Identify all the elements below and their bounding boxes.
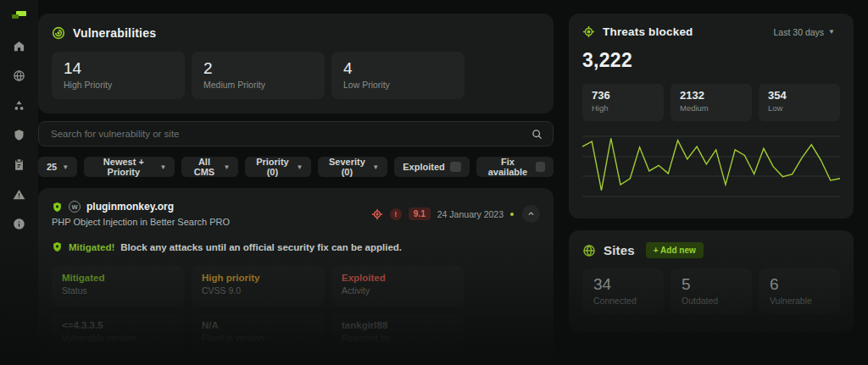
chevron-up-icon bbox=[527, 210, 535, 218]
cms-dropdown[interactable]: All CMS▼ bbox=[181, 157, 238, 177]
page-size-dropdown[interactable]: 25▼ bbox=[38, 157, 77, 177]
period-dropdown[interactable]: Last 30 days ▼ bbox=[769, 26, 840, 38]
severity-score-badge: 9.1 bbox=[409, 207, 431, 220]
globe-icon bbox=[13, 69, 25, 82]
site-domain[interactable]: pluginmonkey.org bbox=[86, 201, 174, 213]
sort-dropdown[interactable]: Newest + Priority▼ bbox=[84, 157, 175, 177]
sites-panel: Sites + Add new 34 Connected 5 Outdated … bbox=[569, 230, 854, 332]
tile-value: <=4.3.3.5 bbox=[62, 320, 175, 330]
tile-reported-by: tankgirl88 Reported by bbox=[331, 313, 465, 354]
threats-crosshair-icon bbox=[582, 25, 595, 38]
stat-label: Low Priority bbox=[343, 80, 453, 90]
home-icon bbox=[13, 40, 25, 53]
stat-card-medium[interactable]: 2 Medium Priority bbox=[192, 52, 325, 99]
threats-total: 3,222 bbox=[582, 49, 840, 72]
tile-value: tankgirl88 bbox=[342, 320, 454, 330]
search-bar bbox=[38, 121, 554, 147]
vulnerability-meta: ! 9.1 24 January 2023 bbox=[371, 205, 540, 223]
tile-activity: Exploited Activity bbox=[331, 266, 465, 307]
vulnerability-detail-tiles: Mitigated Status High priority CVSS 9.0 … bbox=[52, 266, 540, 354]
tile-value: Mitigated bbox=[62, 273, 175, 283]
tile-label: CVSS 9.0 bbox=[202, 285, 314, 296]
sidebar-item-info[interactable] bbox=[9, 214, 29, 234]
threats-blocked-panel: Threats blocked Last 30 days ▼ 3,222 736… bbox=[569, 14, 854, 218]
threat-stat-high[interactable]: 736 High bbox=[582, 84, 664, 121]
sidebar-item-security[interactable] bbox=[9, 125, 29, 145]
stat-value: 354 bbox=[768, 89, 831, 102]
stat-label: Outdated bbox=[682, 296, 741, 306]
chevron-down-icon: ▼ bbox=[828, 28, 835, 36]
dropdown-label: All CMS bbox=[190, 157, 218, 177]
sidebar-item-sites[interactable] bbox=[9, 66, 29, 86]
panel-title: Threats blocked bbox=[603, 25, 693, 38]
tile-value: High priority bbox=[202, 273, 314, 283]
vulnerability-stats: 14 High Priority 2 Medium Priority 4 Low… bbox=[52, 52, 540, 99]
status-dot bbox=[510, 213, 514, 216]
severity-dropdown[interactable]: Severity (0)▼ bbox=[318, 157, 387, 177]
search-icon[interactable] bbox=[531, 129, 542, 140]
site-stat-connected[interactable]: 34 Connected bbox=[582, 268, 664, 314]
toggle-label: Fix available bbox=[485, 157, 531, 177]
chevron-down-icon: ▼ bbox=[372, 163, 379, 171]
sidebar-item-reports[interactable] bbox=[9, 155, 29, 174]
priority-dropdown[interactable]: Priority (0)▼ bbox=[245, 157, 311, 177]
stat-value: 2132 bbox=[680, 89, 743, 102]
toggle-box-icon bbox=[536, 162, 545, 172]
panel-title: Vulnerabilities bbox=[73, 26, 156, 40]
info-icon bbox=[13, 218, 25, 230]
chevron-down-icon: ▼ bbox=[62, 163, 69, 171]
main-column: Vulnerabilities 14 High Priority 2 Mediu… bbox=[38, 14, 554, 365]
dropdown-label: Severity (0) bbox=[326, 157, 367, 177]
collapse-card-button[interactable] bbox=[522, 205, 540, 223]
sidebar bbox=[0, 0, 38, 365]
notice-text: Block any attacks until an official secu… bbox=[120, 242, 402, 252]
toggle-box-icon bbox=[450, 162, 461, 172]
tile-cvss: High priority CVSS 9.0 bbox=[192, 266, 325, 307]
site-stat-outdated[interactable]: 5 Outdated bbox=[670, 268, 752, 314]
tile-label: Activity bbox=[342, 285, 454, 296]
sidebar-item-home[interactable] bbox=[9, 36, 29, 56]
threat-stat-low[interactable]: 354 Low bbox=[759, 84, 840, 121]
tile-value: N/A bbox=[202, 320, 314, 330]
toggle-label: Exploited bbox=[403, 162, 445, 172]
exploited-toggle[interactable]: Exploited bbox=[394, 157, 470, 177]
patchstack-logo[interactable] bbox=[12, 11, 26, 22]
stat-value: 4 bbox=[343, 59, 453, 78]
fix-available-toggle[interactable]: Fix available bbox=[476, 157, 554, 177]
threats-chart bbox=[582, 131, 840, 199]
tile-value: Exploited bbox=[342, 273, 454, 283]
exploit-crosshair-icon bbox=[371, 208, 383, 220]
tile-fixed-version: N/A Fixed in version bbox=[192, 313, 325, 354]
panel-title: Sites bbox=[604, 243, 635, 257]
vulnerabilities-header: Vulnerabilities bbox=[52, 26, 540, 40]
shield-icon bbox=[13, 129, 25, 141]
site-stats: 34 Connected 5 Outdated 6 Vulnerable bbox=[582, 268, 840, 314]
dropdown-label: 25 bbox=[47, 162, 57, 172]
sites-globe-icon bbox=[582, 244, 596, 257]
stat-value: 736 bbox=[592, 89, 654, 102]
period-label: Last 30 days bbox=[774, 27, 825, 37]
stat-card-high[interactable]: 14 High Priority bbox=[52, 52, 185, 99]
stat-value: 5 bbox=[682, 275, 741, 294]
sidebar-item-plugins[interactable] bbox=[9, 96, 29, 115]
tile-label: Status bbox=[62, 285, 175, 296]
tile-label: Fixed in version bbox=[202, 333, 314, 343]
sites-tree-icon bbox=[13, 99, 25, 112]
sites-header: Sites + Add new bbox=[582, 242, 840, 258]
threats-header: Threats blocked Last 30 days ▼ bbox=[582, 25, 840, 38]
filter-bar: 25▼ Newest + Priority▼ All CMS▼ Priority… bbox=[38, 157, 554, 177]
notice-title: Mitigated! bbox=[69, 242, 114, 252]
threat-stat-medium[interactable]: 2132 Medium bbox=[670, 84, 752, 121]
site-stat-vulnerable[interactable]: 6 Vulnerable bbox=[759, 268, 840, 314]
search-input[interactable] bbox=[49, 128, 531, 140]
tile-status: Mitigated Status bbox=[52, 266, 185, 307]
sidebar-item-alerts[interactable] bbox=[9, 185, 29, 204]
stat-card-low[interactable]: 4 Low Priority bbox=[331, 52, 465, 99]
vulnerability-title[interactable]: PHP Object Injection in Better Search PR… bbox=[52, 217, 230, 227]
vulnerability-card: W pluginmonkey.org PHP Object Injection … bbox=[38, 188, 554, 365]
stat-label: High Priority bbox=[64, 80, 173, 90]
add-site-button[interactable]: + Add new bbox=[646, 242, 704, 258]
chevron-down-icon: ▼ bbox=[160, 163, 167, 171]
stat-label: Medium Priority bbox=[203, 80, 313, 90]
vulnerabilities-panel: Vulnerabilities 14 High Priority 2 Mediu… bbox=[38, 14, 554, 113]
